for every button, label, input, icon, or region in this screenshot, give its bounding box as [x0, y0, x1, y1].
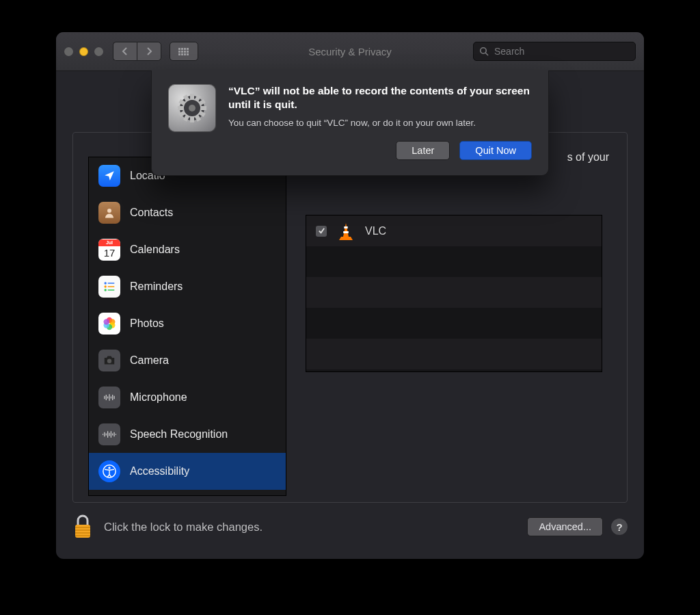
sidebar-item-camera[interactable]: Camera — [89, 342, 286, 379]
svg-rect-6 — [108, 286, 115, 287]
sidebar-item-speech-recognition[interactable]: Speech Recognition — [89, 416, 286, 453]
quit-app-sheet: “VLC” will not be able to record the con… — [151, 70, 549, 176]
svg-rect-37 — [344, 226, 347, 228]
advanced-button[interactable]: Advanced... — [527, 517, 603, 536]
sidebar-item-label: Accessibility — [130, 465, 189, 477]
app-row-vlc[interactable]: VLC — [306, 215, 602, 246]
preferences-window: Security & Privacy Locatio — [56, 32, 644, 559]
sidebar-item-photos[interactable]: Photos — [89, 305, 286, 342]
close-window-button[interactable] — [64, 47, 73, 56]
app-row-empty — [306, 308, 602, 339]
speech-icon — [98, 423, 120, 445]
sidebar-item-accessibility[interactable]: Accessibility — [89, 453, 286, 490]
privacy-panel: Locatio Contacts Jul 17 Calendars — [72, 132, 628, 503]
app-row-empty — [306, 246, 602, 277]
later-button[interactable]: Later — [396, 141, 450, 160]
help-icon: ? — [616, 521, 622, 533]
lock-icon — [72, 514, 93, 540]
svg-marker-39 — [339, 237, 353, 240]
microphone-icon — [98, 387, 120, 408]
panel-footer: Click the lock to make changes. Advanced… — [72, 514, 628, 540]
photos-icon — [98, 313, 120, 335]
app-checkbox[interactable] — [316, 226, 327, 237]
app-name: VLC — [365, 225, 386, 237]
sidebar-item-label: Camera — [130, 354, 169, 367]
window-toolbar: Security & Privacy — [56, 32, 644, 71]
svg-line-1 — [485, 53, 488, 55]
window-controls — [64, 47, 103, 56]
svg-rect-8 — [108, 289, 115, 291]
zoom-window-button[interactable] — [94, 47, 103, 56]
nav-forward-button[interactable] — [137, 42, 161, 61]
search-icon — [479, 47, 489, 56]
svg-point-0 — [481, 48, 486, 53]
show-all-button[interactable] — [170, 42, 198, 61]
sidebar-item-label: Speech Recognition — [130, 428, 228, 441]
svg-rect-47 — [191, 94, 193, 99]
location-icon — [98, 165, 120, 187]
sidebar-item-calendars[interactable]: Jul 17 Calendars — [89, 231, 286, 268]
calendar-icon: Jul 17 — [98, 239, 120, 261]
search-field[interactable] — [473, 42, 636, 61]
lock-button[interactable] — [72, 514, 93, 540]
quit-now-button[interactable]: Quit Now — [459, 141, 532, 160]
grid-icon — [178, 48, 189, 55]
chevron-left-icon — [122, 47, 129, 55]
sheet-message: You can choose to quit “VLC” now, or do … — [228, 117, 532, 129]
svg-point-7 — [105, 289, 107, 291]
system-preferences-icon — [168, 84, 216, 132]
help-button[interactable]: ? — [611, 519, 628, 535]
sidebar-item-label: Contacts — [130, 207, 173, 219]
sidebar-item-reminders[interactable]: Reminders — [89, 268, 286, 305]
app-row-empty — [306, 339, 602, 369]
nav-back-button[interactable] — [113, 42, 137, 61]
vlc-app-icon — [336, 222, 355, 241]
sidebar-item-label: Reminders — [130, 280, 183, 293]
contacts-icon — [98, 202, 120, 224]
check-icon — [318, 227, 325, 235]
sidebar-item-microphone[interactable]: Microphone — [89, 379, 286, 416]
svg-point-48 — [189, 105, 196, 112]
svg-point-3 — [105, 282, 107, 284]
sidebar-item-label: Photos — [130, 317, 164, 330]
accessibility-icon — [98, 460, 120, 482]
svg-rect-4 — [108, 283, 115, 284]
svg-point-5 — [105, 285, 107, 287]
camera-icon — [98, 350, 120, 371]
sidebar-item-label: Calendars — [130, 244, 180, 256]
svg-point-35 — [108, 467, 110, 469]
chevron-right-icon — [146, 47, 152, 55]
allowed-apps-list[interactable]: VLC — [306, 215, 602, 372]
app-row-empty — [306, 277, 602, 308]
svg-point-14 — [104, 319, 109, 324]
svg-point-15 — [107, 359, 111, 363]
privacy-category-list[interactable]: Locatio Contacts Jul 17 Calendars — [88, 157, 286, 496]
lock-hint-text: Click the lock to make changes. — [104, 521, 262, 534]
sheet-title: “VLC” will not be able to record the con… — [228, 84, 532, 112]
sidebar-item-contacts[interactable]: Contacts — [89, 194, 286, 231]
sidebar-item-label: Microphone — [130, 391, 187, 404]
svg-marker-36 — [343, 223, 349, 237]
minimize-window-button[interactable] — [79, 47, 88, 56]
search-input[interactable] — [493, 45, 630, 57]
reminders-icon — [98, 276, 120, 298]
svg-rect-38 — [343, 231, 349, 233]
svg-point-2 — [107, 209, 111, 213]
